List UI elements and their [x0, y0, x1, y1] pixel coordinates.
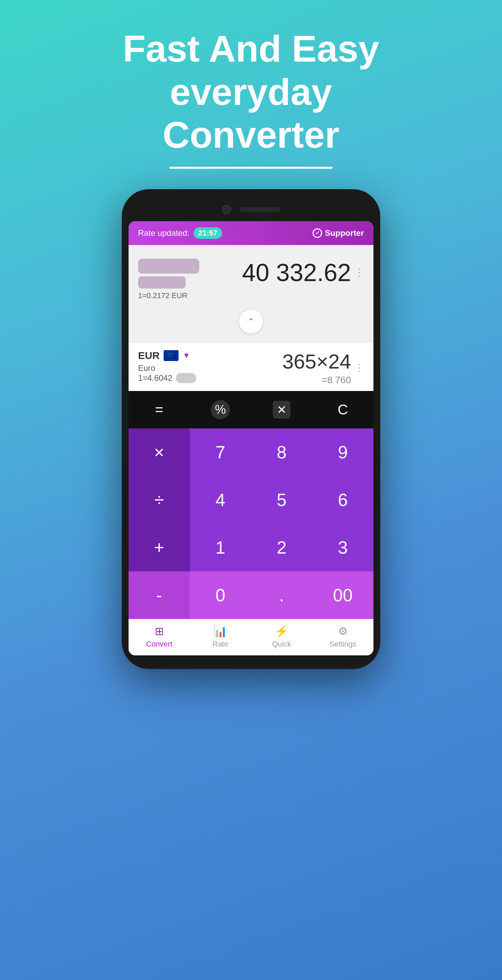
nav-settings-label: Settings	[329, 640, 356, 649]
nav-quick-label: Quick	[272, 640, 291, 649]
key-multiply[interactable]: ×	[129, 428, 190, 476]
special-keypad-row: = % ✕ C	[129, 391, 373, 428]
nav-item-convert[interactable]: ⊞ Convert	[129, 625, 190, 649]
key-9[interactable]: 9	[312, 428, 373, 476]
rate-updated-label: Rate updated:	[138, 228, 189, 238]
hero-line1: Fast And Easy	[123, 27, 379, 70]
hero-text: Fast And Easy everyday Converter	[95, 27, 407, 156]
nav-rate-label: Rate	[213, 640, 228, 649]
hero-underline	[169, 167, 333, 169]
eur-rate-value: 1=4.6042	[138, 373, 172, 383]
camera-icon	[222, 205, 231, 215]
key-percent[interactable]: %	[190, 391, 251, 428]
key-8[interactable]: 8	[251, 428, 312, 476]
top-currency-amount: 40 332.62	[242, 259, 351, 286]
key-6[interactable]: 6	[312, 476, 373, 524]
quick-icon: ⚡	[275, 625, 288, 638]
eur-name: Euro	[138, 363, 196, 373]
chevron-divider: ⌃	[138, 307, 364, 336]
eu-flag-icon: 🇪🇺	[164, 350, 179, 361]
bottom-menu-dots[interactable]: ⋮	[354, 362, 364, 373]
key-5[interactable]: 5	[251, 476, 312, 524]
supporter-badge[interactable]: ✓ Supporter	[313, 228, 364, 238]
phone-frame: Rate updated: 21:57 ✓ Supporter 1=0.2172…	[122, 189, 380, 669]
top-exchange-rate: 1=0.2172 EUR	[138, 291, 199, 300]
rate-updated-section: Rate updated: 21:57	[138, 227, 222, 239]
top-amount-section: 40 332.62 ⋮	[242, 259, 364, 286]
key-add[interactable]: +	[129, 524, 190, 571]
key-7[interactable]: 7	[190, 428, 251, 476]
converter-area: 1=0.2172 EUR 40 332.62 ⋮ ⌃	[129, 245, 373, 343]
chevron-up-icon: ⌃	[248, 317, 254, 326]
dropdown-arrow-icon[interactable]: ▼	[183, 351, 190, 360]
hero-line2: everyday	[123, 70, 379, 114]
key-1[interactable]: 1	[190, 524, 251, 571]
nav-item-settings[interactable]: ⚙ Settings	[312, 625, 373, 649]
key-0[interactable]: 0	[190, 571, 251, 619]
bottom-nav: ⊞ Convert 📊 Rate ⚡ Quick ⚙ Settings	[129, 619, 373, 655]
phone-notch	[129, 199, 373, 221]
rate-time-badge: 21:57	[194, 227, 222, 239]
eur-code: EUR	[138, 350, 159, 361]
app-header: Rate updated: 21:57 ✓ Supporter	[129, 221, 373, 245]
key-subtract[interactable]: -	[129, 571, 190, 619]
top-currency-left: 1=0.2172 EUR	[138, 259, 199, 300]
bottom-amount-section: 365×24 =8 760 ⋮	[282, 350, 364, 385]
key-2[interactable]: 2	[251, 524, 312, 571]
expression-result: =8 760	[282, 375, 351, 385]
top-flag-placeholder	[138, 259, 199, 274]
key-divide[interactable]: ÷	[129, 476, 190, 524]
bottom-currency-row: EUR 🇪🇺 ▼ Euro 1=4.6042 365×24	[138, 350, 364, 385]
bottom-expr-section: 365×24 =8 760	[282, 350, 351, 385]
key-equals[interactable]: =	[129, 391, 190, 428]
convert-icon: ⊞	[155, 625, 164, 638]
phone-screen: Rate updated: 21:57 ✓ Supporter 1=0.2172…	[129, 221, 373, 655]
nav-item-rate[interactable]: 📊 Rate	[190, 625, 251, 649]
chevron-up-button[interactable]: ⌃	[239, 310, 263, 334]
key-3[interactable]: 3	[312, 524, 373, 571]
hero-line3: Converter	[123, 113, 379, 156]
eur-selector[interactable]: EUR 🇪🇺 ▼	[138, 350, 196, 361]
bottom-currency-left: EUR 🇪🇺 ▼ Euro 1=4.6042	[138, 350, 196, 383]
key-clear[interactable]: C	[312, 391, 373, 428]
settings-icon: ⚙	[338, 625, 348, 638]
hero-section: Fast And Easy everyday Converter	[95, 0, 407, 189]
nav-item-quick[interactable]: ⚡ Quick	[251, 625, 312, 649]
key-backspace[interactable]: ✕	[251, 391, 312, 428]
speaker-icon	[240, 207, 280, 212]
main-keypad: × 7 8 9 ÷ 4 5 6 + 1 2 3 - 0 . 00	[129, 428, 373, 619]
top-currency-row: 1=0.2172 EUR 40 332.62 ⋮	[138, 252, 364, 307]
key-double-zero[interactable]: 00	[312, 571, 373, 619]
supporter-label: Supporter	[325, 228, 364, 238]
toggle-switch[interactable]	[176, 373, 196, 383]
eur-rate: 1=4.6042	[138, 373, 196, 383]
rate-icon: 📊	[214, 625, 227, 638]
expression-display: 365×24	[282, 350, 351, 373]
nav-convert-label: Convert	[146, 640, 172, 649]
key-decimal[interactable]: .	[251, 571, 312, 619]
top-flag-placeholder-2	[138, 276, 186, 288]
key-4[interactable]: 4	[190, 476, 251, 524]
top-menu-dots[interactable]: ⋮	[354, 267, 364, 278]
bottom-currency-section: EUR 🇪🇺 ▼ Euro 1=4.6042 365×24	[129, 343, 373, 391]
check-circle-icon: ✓	[313, 228, 322, 238]
